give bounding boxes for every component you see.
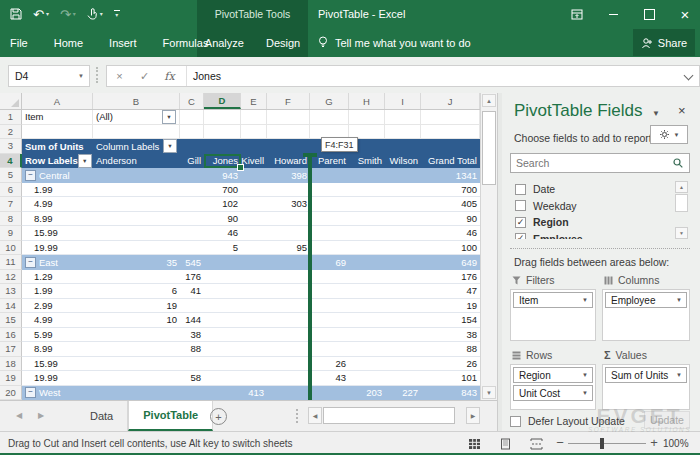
cell-H13[interactable]: [349, 284, 385, 299]
field-checkbox-region[interactable]: ✓: [515, 217, 526, 228]
cell-H11[interactable]: [349, 255, 385, 270]
row-number-14[interactable]: 14: [0, 299, 22, 314]
cell-A3[interactable]: Sum of Units: [22, 139, 93, 154]
filters-area-box[interactable]: Item▼: [510, 289, 596, 341]
cell-H20[interactable]: 203: [349, 386, 385, 401]
collapse-button[interactable]: −: [25, 387, 36, 398]
cell-I20[interactable]: 227: [385, 386, 421, 401]
cell-D17[interactable]: [204, 342, 241, 357]
touch-mode-dropdown-caret[interactable]: ▾: [100, 11, 103, 17]
cell-B17[interactable]: [93, 342, 180, 357]
cell-A7[interactable]: 4.99: [22, 197, 93, 212]
cell-J18[interactable]: 26: [421, 357, 480, 372]
cell-A10[interactable]: 19.99: [22, 241, 93, 256]
cell-G15[interactable]: [310, 313, 349, 328]
cell-B10[interactable]: [93, 241, 180, 256]
values-area-box[interactable]: Sum of Units▼: [602, 364, 690, 410]
cell-E5[interactable]: [241, 168, 267, 183]
tabbar-grip[interactable]: [296, 409, 298, 423]
row-number-1[interactable]: 1: [0, 110, 22, 125]
cell-E12[interactable]: [241, 270, 267, 285]
cell-G5[interactable]: [310, 168, 349, 183]
formula-bar-grip[interactable]: [96, 67, 98, 83]
row-number-6[interactable]: 6: [0, 183, 22, 198]
cell-F1[interactable]: [267, 110, 310, 125]
area-chip-sum-of-units[interactable]: Sum of Units▼: [605, 367, 687, 383]
cell-F12[interactable]: [267, 270, 310, 285]
view-page-layout-button[interactable]: [497, 436, 514, 451]
cell-I10[interactable]: [385, 241, 421, 256]
cell-B6[interactable]: [93, 183, 180, 198]
cell-F18[interactable]: [267, 357, 310, 372]
column-header-F[interactable]: F: [267, 93, 310, 109]
column-header-G[interactable]: G: [310, 93, 349, 109]
cell-G11[interactable]: 69: [310, 255, 349, 270]
cell-H7[interactable]: [349, 197, 385, 212]
cell-F13[interactable]: [267, 284, 310, 299]
cell-I17[interactable]: [385, 342, 421, 357]
cell-D18[interactable]: [204, 357, 241, 372]
cell-I19[interactable]: [385, 371, 421, 386]
chip-dropdown-caret[interactable]: ▼: [582, 390, 588, 396]
row-number-4[interactable]: 4: [0, 154, 22, 169]
cell-I3[interactable]: [385, 139, 421, 154]
cell-E7[interactable]: [241, 197, 267, 212]
fill-handle[interactable]: [237, 164, 244, 171]
cell-C4[interactable]: Gill: [180, 154, 204, 169]
sheet-nav-left-icon[interactable]: ◀: [16, 411, 22, 420]
column-header-H[interactable]: H: [349, 93, 385, 109]
cell-I14[interactable]: [385, 299, 421, 314]
cell-I8[interactable]: [385, 212, 421, 227]
name-box[interactable]: D4 ▼: [8, 65, 90, 87]
cell-F16[interactable]: [267, 328, 310, 343]
chip-dropdown-caret[interactable]: ▼: [582, 372, 588, 378]
cell-B1[interactable]: (All)▼: [93, 110, 180, 125]
cell-A6[interactable]: 1.99: [22, 183, 93, 198]
ribbon-tab-design[interactable]: Design: [266, 37, 300, 49]
qat-customize-button[interactable]: ▾: [114, 10, 120, 18]
cell-B15[interactable]: 10: [93, 313, 180, 328]
area-chip-unit-cost[interactable]: Unit Cost▼: [513, 385, 593, 401]
cell-F9[interactable]: [267, 226, 310, 241]
hscroll-right-button[interactable]: ▶: [466, 407, 480, 424]
cell-D12[interactable]: [204, 270, 241, 285]
cell-H15[interactable]: [349, 313, 385, 328]
cell-G19[interactable]: 43: [310, 371, 349, 386]
cell-F20[interactable]: [267, 386, 310, 401]
cell-A4[interactable]: Row Labels▼: [22, 154, 93, 169]
cell-E17[interactable]: [241, 342, 267, 357]
save-button[interactable]: [10, 8, 22, 20]
cell-J16[interactable]: 38: [421, 328, 480, 343]
field-list-scroll-down[interactable]: ▼: [675, 227, 688, 239]
cell-B4[interactable]: Anderson: [93, 154, 180, 169]
cell-D15[interactable]: [204, 313, 241, 328]
cell-H9[interactable]: [349, 226, 385, 241]
cell-E18[interactable]: [241, 357, 267, 372]
cell-F8[interactable]: [267, 212, 310, 227]
row-number-19[interactable]: 19: [0, 371, 22, 386]
search-input[interactable]: [511, 156, 672, 170]
cell-A8[interactable]: 8.99: [22, 212, 93, 227]
cell-E6[interactable]: [241, 183, 267, 198]
field-checkbox-date[interactable]: [515, 184, 526, 195]
cell-H8[interactable]: [349, 212, 385, 227]
cell-F2[interactable]: [267, 125, 310, 140]
area-chip-region[interactable]: Region▼: [513, 367, 593, 383]
cell-F19[interactable]: [267, 371, 310, 386]
cell-A15[interactable]: 4.99: [22, 313, 93, 328]
cell-J3[interactable]: [421, 139, 480, 154]
cell-I15[interactable]: [385, 313, 421, 328]
cell-J10[interactable]: 100: [421, 241, 480, 256]
cell-B2[interactable]: [93, 125, 180, 140]
column-header-D[interactable]: D: [204, 93, 241, 109]
maximize-button[interactable]: [642, 7, 656, 21]
cell-J19[interactable]: 101: [421, 371, 480, 386]
column-header-J[interactable]: J: [421, 93, 480, 109]
cell-C18[interactable]: [180, 357, 204, 372]
cell-A18[interactable]: 15.99: [22, 357, 93, 372]
cell-E20[interactable]: 413: [241, 386, 267, 401]
cell-J2[interactable]: [421, 125, 480, 140]
cell-G18[interactable]: 26: [310, 357, 349, 372]
cell-G1[interactable]: [310, 110, 349, 125]
cell-A20[interactable]: −West: [22, 386, 93, 401]
